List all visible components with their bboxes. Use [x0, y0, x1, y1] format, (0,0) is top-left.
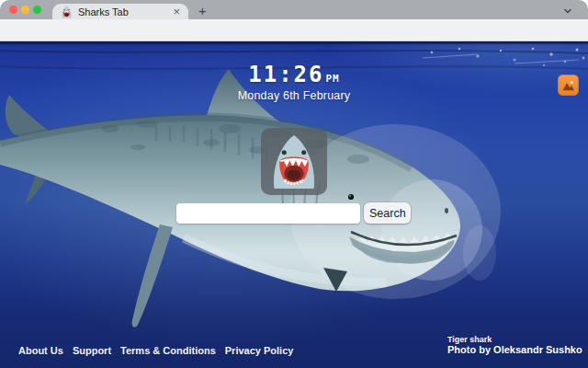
tab-title: Sharks Tab	[78, 6, 171, 17]
newtab-search-input[interactable]	[176, 203, 360, 224]
browser-toolbar	[0, 19, 588, 41]
window-close-button[interactable]	[9, 6, 17, 14]
link-privacy[interactable]: Privacy Policy	[225, 345, 294, 356]
clock-date: Monday 6th February	[0, 89, 588, 102]
browser-window: Sharks Tab × +	[0, 0, 588, 368]
new-tab-button[interactable]: +	[195, 3, 210, 18]
newtab-search-button[interactable]: Search	[364, 202, 411, 224]
window-minimize-button[interactable]	[21, 6, 29, 14]
shark-face-icon	[268, 134, 320, 190]
window-zoom-button[interactable]	[33, 6, 41, 14]
clock-widget: 11:26PM Monday 6th February	[0, 62, 588, 102]
background-image-button[interactable]	[558, 75, 579, 96]
clock-time: 11:26	[248, 62, 323, 87]
tab-sharks[interactable]: Sharks Tab ×	[52, 4, 188, 19]
footer-links: About Us Support Terms & Conditions Priv…	[18, 345, 293, 356]
photo-author: Photo by Oleksandr Sushko	[447, 344, 582, 356]
shark-logo-tile	[261, 128, 327, 195]
tab-close-icon[interactable]: ×	[171, 6, 182, 17]
image-icon	[561, 79, 575, 91]
shark-favicon-icon	[61, 6, 73, 18]
tab-overview-chevron-icon[interactable]	[561, 5, 574, 17]
clock-meridiem: PM	[326, 73, 340, 85]
link-about-us[interactable]: About Us	[18, 345, 63, 356]
link-terms[interactable]: Terms & Conditions	[120, 345, 216, 356]
tab-strip: Sharks Tab × +	[0, 0, 588, 19]
photo-credit: Tiger shark Photo by Oleksandr Sushko	[447, 335, 582, 356]
photo-subject: Tiger shark	[447, 335, 582, 344]
link-support[interactable]: Support	[73, 345, 111, 356]
newtab-background-photo: 11:26PM Monday 6th February Search About…	[0, 41, 588, 368]
